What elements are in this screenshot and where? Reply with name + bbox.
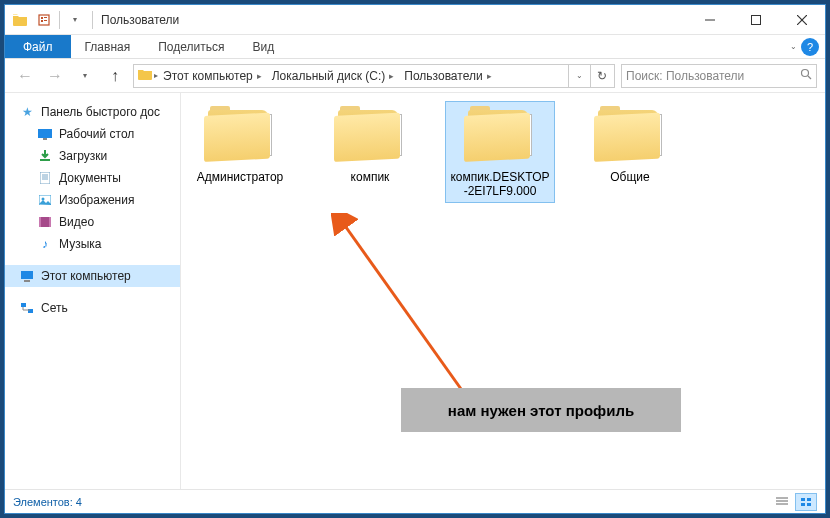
maximize-button[interactable]: [733, 5, 779, 35]
downloads-icon: [37, 148, 53, 164]
content-pane[interactable]: Администратор компик компик.DESKTOP-2EI7…: [181, 93, 825, 489]
folder-icon: [464, 106, 536, 164]
history-dropdown-icon[interactable]: ▾: [73, 64, 97, 88]
window-title: Пользователи: [101, 13, 179, 27]
svg-rect-3: [41, 20, 43, 22]
qat-dropdown-icon[interactable]: ▾: [64, 9, 86, 31]
tab-view[interactable]: Вид: [238, 35, 288, 58]
sidebar-item-pictures[interactable]: Изображения: [5, 189, 180, 211]
chevron-right-icon: ▸: [389, 71, 394, 81]
separator: [59, 11, 60, 29]
star-icon: ★: [19, 104, 35, 120]
close-button[interactable]: [779, 5, 825, 35]
folder-item[interactable]: Общие: [575, 101, 685, 189]
chevron-right-icon: ▸: [257, 71, 262, 81]
chevron-right-icon: ▸: [487, 71, 492, 81]
help-icon[interactable]: ?: [801, 38, 819, 56]
sidebar-item-documents[interactable]: Документы: [5, 167, 180, 189]
svg-rect-34: [807, 503, 811, 506]
refresh-button[interactable]: ↻: [590, 65, 612, 87]
svg-rect-31: [801, 498, 805, 501]
annotation-label: нам нужен этот профиль: [401, 388, 681, 432]
address-dropdown-icon[interactable]: ⌄: [568, 65, 590, 87]
ribbon-expand-icon[interactable]: ⌄: [790, 42, 797, 51]
svg-rect-14: [40, 172, 50, 184]
folder-item[interactable]: компик.DESKTOP-2EI7LF9.000: [445, 101, 555, 203]
tab-file[interactable]: Файл: [5, 35, 71, 58]
address-bar: ← → ▾ ↑ ▸ Этот компьютер▸ Локальный диск…: [5, 59, 825, 93]
svg-rect-23: [21, 271, 33, 279]
sidebar-item-desktop[interactable]: Рабочий стол: [5, 123, 180, 145]
sidebar-item-this-pc[interactable]: Этот компьютер: [5, 265, 180, 287]
folder-list: Администратор компик компик.DESKTOP-2EI7…: [185, 101, 821, 203]
svg-rect-32: [807, 498, 811, 501]
svg-rect-2: [44, 17, 47, 18]
properties-icon[interactable]: [33, 9, 55, 31]
pictures-icon: [37, 192, 53, 208]
ribbon: Файл Главная Поделиться Вид ⌄ ?: [5, 35, 825, 59]
documents-icon: [37, 170, 53, 186]
folder-item[interactable]: Администратор: [185, 101, 295, 189]
svg-rect-13: [40, 159, 50, 161]
videos-icon: [37, 214, 53, 230]
explorer-window: ▾ Пользователи Файл Главная Поделиться В…: [4, 4, 826, 514]
folder-icon: [9, 9, 31, 31]
folder-icon: [204, 106, 276, 164]
folder-icon: [136, 68, 154, 83]
up-button[interactable]: ↑: [103, 64, 127, 88]
navigation-pane: ★ Панель быстрого дос Рабочий стол Загру…: [5, 93, 181, 489]
quick-access-toolbar: ▾: [5, 9, 90, 31]
minimize-button[interactable]: [687, 5, 733, 35]
folder-item[interactable]: компик: [315, 101, 425, 189]
sidebar-item-network[interactable]: Сеть: [5, 297, 180, 319]
back-button[interactable]: ←: [13, 64, 37, 88]
breadcrumb-segment[interactable]: Пользователи▸: [399, 65, 496, 87]
svg-rect-1: [41, 17, 43, 19]
search-input[interactable]: Поиск: Пользователи: [621, 64, 817, 88]
window-controls: [687, 5, 825, 35]
sidebar-item-downloads[interactable]: Загрузки: [5, 145, 180, 167]
breadcrumb-segment[interactable]: Этот компьютер▸: [158, 65, 267, 87]
svg-rect-12: [43, 138, 47, 140]
svg-rect-6: [752, 15, 761, 24]
network-icon: [19, 300, 35, 316]
svg-point-9: [802, 70, 809, 77]
status-bar: Элементов: 4: [5, 489, 825, 513]
svg-line-10: [808, 76, 811, 79]
computer-icon: [19, 268, 35, 284]
separator: [92, 11, 93, 29]
quick-access[interactable]: ★ Панель быстрого дос: [5, 101, 180, 123]
folder-icon: [334, 106, 406, 164]
forward-button[interactable]: →: [43, 64, 67, 88]
svg-rect-25: [21, 303, 26, 307]
status-text: Элементов: 4: [13, 496, 82, 508]
svg-rect-21: [39, 217, 41, 227]
svg-rect-11: [38, 129, 52, 138]
annotation-arrow: [331, 213, 511, 413]
search-icon: [800, 68, 812, 83]
svg-rect-24: [24, 280, 30, 282]
icons-view-button[interactable]: [795, 493, 817, 511]
titlebar: ▾ Пользователи: [5, 5, 825, 35]
svg-rect-4: [44, 20, 47, 21]
breadcrumb-segment[interactable]: Локальный диск (C:)▸: [267, 65, 400, 87]
tab-home[interactable]: Главная: [71, 35, 145, 58]
details-view-button[interactable]: [771, 493, 793, 511]
svg-rect-22: [49, 217, 51, 227]
sidebar-item-music[interactable]: ♪ Музыка: [5, 233, 180, 255]
music-icon: ♪: [37, 236, 53, 252]
sidebar-item-videos[interactable]: Видео: [5, 211, 180, 233]
svg-line-27: [343, 223, 471, 403]
svg-rect-33: [801, 503, 805, 506]
breadcrumb[interactable]: ▸ Этот компьютер▸ Локальный диск (C:)▸ П…: [133, 64, 615, 88]
folder-icon: [594, 106, 666, 164]
desktop-icon: [37, 126, 53, 142]
tab-share[interactable]: Поделиться: [144, 35, 238, 58]
